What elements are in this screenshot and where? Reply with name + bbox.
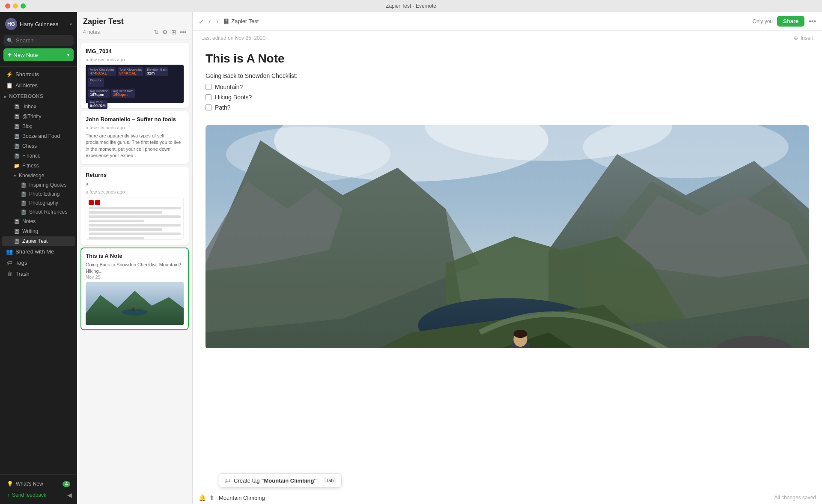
search-icon: 🔍	[7, 38, 13, 44]
sidebar-item-inspiring-quotes[interactable]: 📓 Inspiring Quotes	[2, 181, 75, 189]
trinity-label: @Trinity	[22, 113, 41, 119]
toolbar-left: ⤢ ‹ › 📓 Zapier Test	[199, 17, 259, 26]
notebook-icon: 📓	[14, 153, 20, 159]
notes-list-panel: Zapier Test 4 notes ⇅ ⚙ ⊞ ••• IMG_7034 a…	[77, 12, 193, 504]
sort-icon[interactable]: ⇅	[154, 29, 159, 36]
zapier-test-label: Zapier Test	[22, 238, 48, 244]
note-card-this-is-a-note[interactable]: This is A Note Going Back to Snowdon Che…	[80, 248, 189, 331]
forward-button[interactable]: ›	[214, 17, 220, 26]
checklist-item-0[interactable]: Mountain?	[206, 84, 809, 90]
sidebar-item-writing[interactable]: 📓 Writing	[2, 227, 75, 236]
notebooks-header[interactable]: ▸ Notebooks	[0, 91, 77, 101]
finance-label: Finance	[22, 153, 41, 159]
note-card-john[interactable]: John Romaniello – Suffer no fools a few …	[80, 111, 189, 164]
note-card-preview: Going Back to Snowdon Checklist: Mountai…	[86, 262, 184, 275]
checklist-item-1[interactable]: Hiking Boots?	[206, 94, 809, 101]
doc-line	[89, 211, 162, 214]
tag-suggestion-text: Create tag "Mountain Climbing"	[234, 477, 317, 484]
sidebar-item-trinity[interactable]: 📓 @Trinity	[2, 112, 75, 121]
share-button[interactable]: Share	[777, 16, 804, 27]
all-notes-icon: 📋	[6, 82, 13, 89]
whats-new-badge: 4	[63, 481, 70, 487]
minimize-button[interactable]	[13, 3, 18, 9]
tab-key-label: Tab	[324, 477, 337, 483]
checklist-item-2[interactable]: Path?	[206, 104, 809, 111]
sidebar-item-photo-editing[interactable]: 📓 Photo Editing	[2, 190, 75, 198]
notebook-icon: 📓	[14, 229, 20, 234]
collapse-icon: ◀	[67, 492, 72, 498]
sidebar-item-shortcuts[interactable]: ⚡ Shortcuts	[2, 69, 75, 80]
note-card-returns[interactable]: Returns a a few seconds ago	[80, 167, 189, 245]
user-menu[interactable]: HG Harry Guinness ▾	[3, 15, 74, 33]
plus-icon: +	[8, 51, 12, 59]
whats-new-button[interactable]: 💡 What's New 4	[3, 478, 74, 489]
search-bar[interactable]: 🔍 Search	[3, 35, 74, 46]
sidebar-item-shoot-references[interactable]: 📓 Shoot Refrences	[2, 208, 75, 216]
sidebar-item-booze-food[interactable]: 📓 Booze and Food	[2, 131, 75, 141]
fullscreen-button[interactable]	[21, 3, 26, 9]
doc-line	[89, 224, 181, 227]
notes-list-content: IMG_7034 a few seconds ago Active Kiloca…	[77, 39, 192, 504]
notes-actions: ⇅ ⚙ ⊞ •••	[154, 29, 186, 36]
note-title: This is A Note	[206, 52, 809, 66]
fitness-stat-elevation2: Elevation ↑	[88, 78, 104, 87]
sidebar-item-all-notes[interactable]: 📋 All Notes	[2, 80, 75, 91]
insert-icon[interactable]: ⊕	[794, 35, 798, 41]
chess-label: Chess	[22, 143, 37, 149]
sidebar-item-inbox[interactable]: 📓 .Inbox	[2, 102, 75, 111]
notebook-icon: 📁	[14, 163, 20, 169]
filter-icon[interactable]: ⚙	[162, 29, 168, 36]
collapse-sidebar-button[interactable]: ◀	[66, 490, 74, 500]
reminder-icon[interactable]: 🔔	[199, 494, 206, 501]
breadcrumb: 📓 Zapier Test	[223, 18, 259, 24]
sidebar-bottom: 💡 What's New 4 ↑ Send feedback ◀	[0, 474, 77, 504]
checkbox-hiking-boots[interactable]	[206, 94, 211, 100]
checkbox-path[interactable]	[206, 104, 211, 110]
tags-label: Tags	[15, 259, 27, 266]
note-card-img7034[interactable]: IMG_7034 a few seconds ago Active Kiloca…	[80, 43, 189, 108]
share-bottom-icon[interactable]: ⬆	[209, 494, 214, 501]
notebook-icon: 📓	[14, 104, 20, 110]
back-button[interactable]: ‹	[207, 17, 213, 26]
sidebar-item-tags[interactable]: 🏷 Tags	[2, 257, 75, 268]
knowledge-label: Knowledge	[19, 173, 44, 179]
tag-suggestion[interactable]: 🏷 Create tag "Mountain Climbing" Tab	[219, 473, 342, 488]
sidebar-item-blog[interactable]: 📓 Blog	[2, 122, 75, 131]
expand-icon[interactable]: ⤢	[199, 18, 204, 25]
note-card-time: a few seconds ago	[86, 189, 184, 194]
sidebar-item-chess[interactable]: 📓 Chess	[2, 141, 75, 151]
checkbox-mountain[interactable]	[206, 84, 211, 90]
note-card-title: Returns	[86, 172, 184, 179]
sidebar-nav: ⚡ Shortcuts 📋 All Notes ▸ Notebooks 📓 .I…	[0, 67, 77, 281]
tag-icon: 🏷	[224, 477, 230, 484]
more-options-icon[interactable]: •••	[180, 29, 186, 36]
sidebar-item-notes[interactable]: 📓 Notes	[2, 217, 75, 226]
notebook-icon: 📓	[21, 209, 27, 215]
feedback-button[interactable]: ↑ Send feedback	[3, 489, 50, 501]
sidebar-item-fitness[interactable]: 📁 Fitness	[2, 161, 75, 170]
sidebar-item-finance[interactable]: 📓 Finance	[2, 151, 75, 161]
tag-input-area[interactable]: 🏷 Create tag "Mountain Climbing" Tab	[219, 494, 770, 501]
note-body[interactable]: This is A Note Going Back to Snowdon Che…	[193, 43, 822, 491]
divider	[206, 118, 809, 118]
note-card-title: IMG_7034	[86, 48, 184, 55]
shared-icon: 👥	[6, 248, 13, 255]
tag-input[interactable]	[219, 495, 770, 501]
note-card-image: Active Kilocalories 474KCAL Total Kiloca…	[86, 65, 184, 103]
doc-line	[89, 220, 144, 222]
notes-count: 4 notes	[83, 29, 100, 35]
sidebar-item-zapier-test[interactable]: 📓 Zapier Test	[2, 236, 75, 246]
sidebar-item-trash[interactable]: 🗑 Trash	[2, 268, 75, 279]
notebook-icon: 📓	[14, 239, 20, 244]
more-options-button[interactable]: •••	[809, 18, 816, 25]
sidebar-item-knowledge[interactable]: ▾ Knowledge	[2, 171, 75, 180]
sidebar-item-photography[interactable]: 📓 Photography	[2, 199, 75, 207]
all-notes-label: All Notes	[15, 82, 38, 89]
close-button[interactable]	[5, 3, 10, 9]
grid-view-icon[interactable]: ⊞	[171, 29, 176, 36]
new-note-button[interactable]: + New Note ▾	[3, 48, 74, 61]
svg-point-33	[513, 330, 527, 338]
feedback-row: ↑ Send feedback ◀	[3, 489, 74, 501]
sidebar-item-shared[interactable]: 👥 Shared with Me	[2, 246, 75, 257]
shortcuts-label: Shortcuts	[15, 71, 39, 78]
